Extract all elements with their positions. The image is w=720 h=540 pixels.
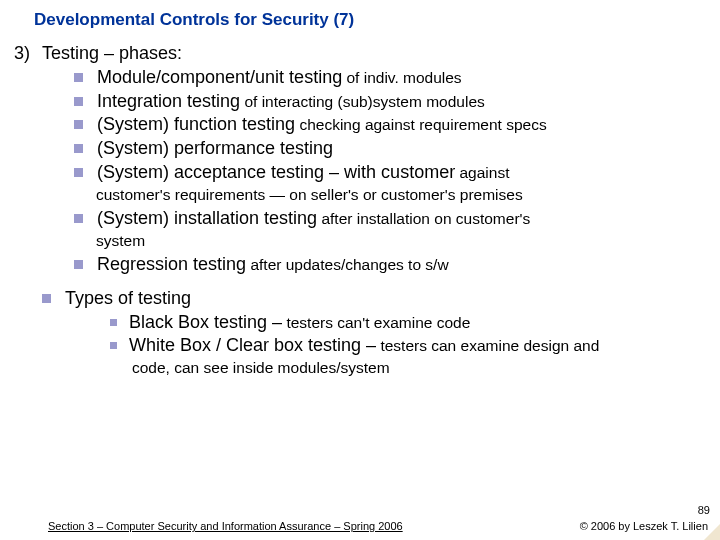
bullet-text: (System) installation testing after inst… — [97, 207, 706, 231]
square-bullet-icon — [110, 342, 117, 349]
bullet-text: (System) function testing checking again… — [97, 113, 706, 137]
bullet-continuation: system — [14, 231, 706, 251]
page-curl-icon — [704, 524, 720, 540]
square-bullet-icon — [110, 319, 117, 326]
slide-body: 3) Testing – phases: Module/component/un… — [0, 30, 720, 379]
square-bullet-icon — [74, 120, 83, 129]
bullet-text: Integration testing of interacting (sub)… — [97, 90, 706, 114]
section-heading-row: 3) Testing – phases: — [14, 42, 706, 66]
bullet-continuation: code, can see inside modules/system — [14, 358, 706, 378]
square-bullet-icon — [74, 97, 83, 106]
bullet-item: Integration testing of interacting (sub)… — [14, 90, 706, 114]
square-bullet-icon — [74, 214, 83, 223]
bullet-item: White Box / Clear box testing – testers … — [14, 334, 706, 358]
section-number: 3) — [14, 42, 42, 66]
bullet-item: (System) function testing checking again… — [14, 113, 706, 137]
footer: Section 3 – Computer Security and Inform… — [0, 520, 720, 532]
square-bullet-icon — [74, 73, 83, 82]
types-heading-row: Types of testing — [14, 287, 706, 311]
bullet-item: Regression testing after updates/changes… — [14, 253, 706, 277]
bullet-text: Regression testing after updates/changes… — [97, 253, 706, 277]
types-heading: Types of testing — [65, 287, 706, 311]
page-number: 89 — [698, 504, 710, 516]
bullet-item: (System) installation testing after inst… — [14, 207, 706, 231]
bullet-item: Black Box testing – testers can't examin… — [14, 311, 706, 335]
section-heading: Testing – phases: — [42, 42, 706, 66]
bullet-text: (System) performance testing — [97, 137, 706, 161]
slide-title: Developmental Controls for Security (7) — [0, 0, 720, 30]
square-bullet-icon — [42, 294, 51, 303]
bullet-text: (System) acceptance testing – with custo… — [97, 161, 706, 185]
bullet-continuation: customer's requirements — on seller's or… — [14, 185, 706, 205]
bullet-text: Black Box testing – testers can't examin… — [129, 311, 706, 335]
square-bullet-icon — [74, 144, 83, 153]
bullet-item: Module/component/unit testing of indiv. … — [14, 66, 706, 90]
square-bullet-icon — [74, 168, 83, 177]
footer-left: Section 3 – Computer Security and Inform… — [48, 520, 403, 532]
square-bullet-icon — [74, 260, 83, 269]
bullet-item: (System) performance testing — [14, 137, 706, 161]
footer-right: © 2006 by Leszek T. Lilien — [580, 520, 708, 532]
bullet-text: Module/component/unit testing of indiv. … — [97, 66, 706, 90]
bullet-item: (System) acceptance testing – with custo… — [14, 161, 706, 185]
bullet-text: White Box / Clear box testing – testers … — [129, 334, 706, 358]
